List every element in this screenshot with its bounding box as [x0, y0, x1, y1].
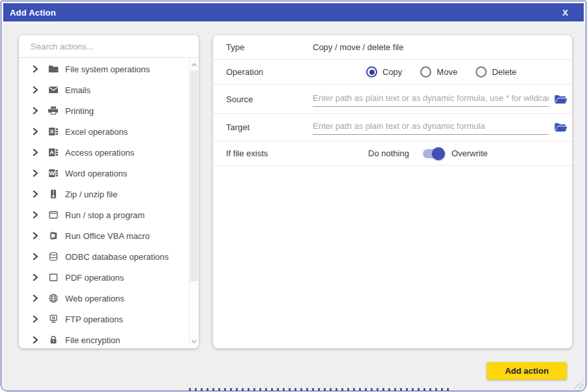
scrollbar-thumb[interactable] [190, 70, 198, 281]
category-label: File encryption [65, 335, 121, 345]
category-label: Zip / unzip file [65, 189, 117, 199]
if-file-exists-toggle[interactable] [422, 147, 445, 160]
category-label: Printing [65, 106, 94, 116]
category-row[interactable]: Run / stop a program [19, 204, 189, 225]
category-row[interactable]: Zip / unzip file [19, 184, 189, 204]
pdf-document-icon [48, 272, 59, 283]
chevron-right-icon[interactable] [30, 85, 40, 95]
source-browse-folder-icon[interactable] [554, 94, 569, 105]
chevron-right-icon[interactable] [30, 210, 40, 220]
envelope-icon [48, 85, 59, 95]
toggle-off-label[interactable]: Do nothing [368, 148, 409, 158]
category-row[interactable]: FTP operations [19, 309, 189, 329]
chevron-right-icon[interactable] [30, 105, 40, 116]
radio-icon [476, 66, 487, 77]
chevron-right-icon[interactable] [30, 293, 40, 303]
chevron-right-icon[interactable] [30, 251, 40, 262]
category-row[interactable]: File system operations [19, 59, 189, 79]
operation-label: Operation [226, 67, 313, 77]
category-row[interactable]: Emails [19, 79, 189, 100]
scrollbar[interactable] [189, 59, 199, 348]
svg-text:X: X [50, 128, 54, 135]
database-icon [48, 251, 59, 262]
category-label: PDF operations [65, 273, 124, 283]
actions-category-list: File system operationsEmailsPrintingXExc… [19, 59, 189, 348]
type-row: Type Copy / move / delete file [213, 35, 572, 60]
category-label: ODBC database operations [65, 252, 169, 262]
operation-radio-group: CopyMoveDelete [366, 66, 517, 77]
chevron-right-icon[interactable] [30, 189, 40, 199]
clipped-background-text-fragment [189, 388, 450, 391]
globe-icon [48, 293, 59, 303]
target-label: Target [226, 122, 313, 132]
ftp-icon [48, 314, 59, 324]
add-action-button[interactable]: Add action [487, 362, 567, 380]
category-row[interactable]: Printing [19, 100, 189, 121]
operation-radio-copy[interactable]: Copy [366, 66, 402, 77]
excel-icon: X [48, 126, 59, 137]
dialog-titlebar: Add Action X [3, 3, 584, 21]
folder-icon [48, 64, 59, 74]
resize-grip[interactable] [573, 380, 584, 389]
category-label: Word operations [65, 169, 127, 178]
category-label: Emails [65, 85, 91, 95]
radio-icon [366, 66, 377, 77]
operation-radio-delete[interactable]: Delete [476, 66, 517, 77]
dialog-title: Add Action [10, 8, 56, 18]
category-row[interactable]: File encryption [19, 329, 189, 348]
printer-icon [48, 105, 59, 116]
type-value: Copy / move / delete file [313, 42, 403, 52]
chevron-right-icon[interactable] [30, 272, 40, 283]
category-label: Web operations [65, 294, 124, 303]
source-row: Source [213, 85, 572, 114]
category-row[interactable]: XExcel operations [19, 121, 189, 142]
category-row[interactable]: AAccess operations [19, 142, 189, 163]
category-label: Run / stop a program [65, 210, 145, 220]
chevron-right-icon[interactable] [30, 335, 40, 345]
category-label: Run Office VBA macro [65, 231, 150, 241]
word-icon: W [48, 168, 59, 178]
toggle-on-label[interactable]: Overwrite [451, 148, 488, 158]
program-window-icon [48, 210, 59, 220]
if-file-exists-row: If file exists Do nothing Overwrite [213, 141, 572, 166]
zip-icon [48, 189, 59, 199]
chevron-right-icon[interactable] [30, 126, 40, 137]
action-form-panel: Type Copy / move / delete file Operation… [213, 35, 572, 348]
source-label: Source [226, 94, 313, 104]
scroll-down-icon[interactable] [190, 336, 199, 346]
add-action-dialog: Add Action X File system operationsEmail… [1, 1, 586, 391]
target-path-input[interactable] [313, 120, 549, 135]
category-row[interactable]: WWord operations [19, 163, 189, 184]
category-label: File system operations [65, 64, 150, 74]
category-row[interactable]: Run Office VBA macro [19, 225, 189, 246]
radio-label: Move [437, 67, 457, 77]
search-input[interactable] [19, 35, 199, 58]
operation-row: Operation CopyMoveDelete [213, 60, 572, 85]
close-button[interactable]: X [553, 7, 577, 19]
type-label: Type [226, 42, 313, 52]
office-icon [48, 231, 59, 241]
category-row[interactable]: Web operations [19, 288, 189, 309]
chevron-right-icon[interactable] [30, 314, 40, 324]
target-row: Target [213, 114, 572, 141]
radio-label: Copy [382, 67, 402, 77]
category-label: Excel operations [65, 127, 128, 137]
chevron-right-icon[interactable] [30, 147, 40, 158]
chevron-right-icon[interactable] [30, 168, 40, 178]
source-path-input[interactable] [313, 92, 549, 107]
chevron-right-icon[interactable] [30, 64, 40, 74]
radio-label: Delete [492, 67, 517, 77]
target-browse-folder-icon[interactable] [554, 122, 569, 133]
toggle-knob [432, 147, 445, 160]
category-label: Access operations [65, 148, 134, 158]
svg-text:A: A [50, 149, 54, 156]
if-file-exists-label: If file exists [226, 148, 313, 158]
actions-panel: File system operationsEmailsPrintingXExc… [19, 35, 199, 348]
operation-radio-move[interactable]: Move [420, 66, 457, 77]
scroll-up-icon[interactable] [190, 60, 199, 70]
radio-icon [420, 66, 431, 77]
category-label: FTP operations [65, 315, 123, 324]
chevron-right-icon[interactable] [30, 231, 40, 241]
category-row[interactable]: ODBC database operations [19, 246, 189, 267]
category-row[interactable]: PDF operations [19, 267, 189, 288]
